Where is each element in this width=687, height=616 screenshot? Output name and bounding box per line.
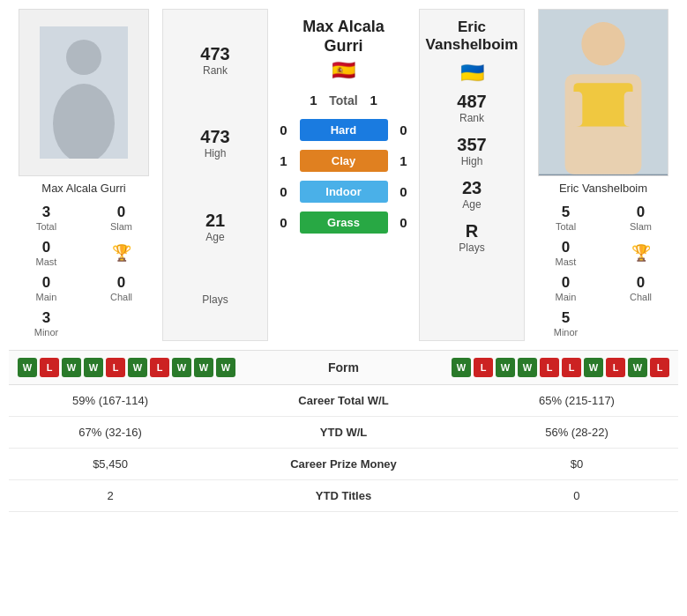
trophy-icon-left: 🏆 [112, 243, 131, 263]
form-badge-l: L [474, 358, 493, 377]
svg-rect-8 [624, 92, 638, 126]
player2-name: Eric Vanshelboim [559, 182, 647, 195]
form-badge-w: W [496, 358, 515, 377]
ytd-wl-label: YTD W/L [212, 417, 475, 449]
trophy-icon-right: 🏆 [631, 243, 651, 263]
grass-button[interactable]: Grass [300, 212, 388, 234]
player2-name-center: EricVanshelboim [426, 19, 519, 53]
player1-total: 3 [11, 204, 82, 221]
player1-main: 0 [11, 274, 82, 292]
form-badge-w: W [62, 358, 81, 377]
player2-ytd-titles: 0 [475, 480, 678, 512]
player2-high-label: High [424, 155, 519, 167]
player1-name: Max Alcala Gurri [41, 182, 125, 195]
player1-main-label: Main [11, 292, 82, 302]
player1-chall: 0 [86, 274, 157, 292]
player2-slam-label: Slam [605, 221, 676, 232]
indoor-button[interactable]: Indoor [300, 181, 388, 203]
player1-mast: 0 [11, 239, 82, 256]
form-section: WLWWLWLWWW Form WLWWLLWLWL [9, 350, 678, 385]
player1-total-label: Total [11, 221, 82, 232]
form-badge-l: L [540, 358, 559, 377]
player2-section: Eric Vanshelboim 5 Total 0 Slam 0 Mast 🏆 [528, 9, 678, 341]
svg-point-4 [581, 22, 624, 65]
career-wl-label: Career Total W/L [212, 385, 475, 417]
form-badge-w: W [194, 358, 213, 377]
clay-button[interactable]: Clay [300, 150, 388, 172]
p2-hard-score: 0 [395, 122, 413, 137]
form-badge-l: L [606, 358, 625, 377]
hard-row: 0 Hard 0 [272, 119, 415, 141]
form-badge-w: W [584, 358, 603, 377]
form-badge-w: W [628, 358, 647, 377]
p1-total-score: 1 [304, 93, 322, 108]
form-badge-w: W [452, 358, 471, 377]
player1-career-wl: 59% (167-114) [9, 385, 212, 417]
player2-plays-value: R [424, 221, 519, 241]
player2-prize: $0 [475, 449, 678, 480]
player1-age-value: 21 [205, 211, 225, 231]
player1-prize: $5,450 [9, 449, 212, 480]
player2-mast-label: Mast [530, 256, 601, 267]
player1-name-center: Max AlcalaGurri [302, 18, 384, 56]
form-badge-l: L [40, 358, 59, 377]
clay-row: 1 Clay 1 [272, 150, 415, 172]
player2-photo [538, 9, 668, 176]
player2-career-wl: 65% (215-117) [475, 385, 678, 417]
svg-point-1 [66, 40, 101, 75]
player2-flag: 🇺🇦 [424, 62, 519, 85]
player1-high-value: 473 [200, 127, 229, 147]
player2-plays-label: Plays [424, 241, 519, 254]
form-badge-w: W [84, 358, 103, 377]
ytd-wl-row: 67% (32-16) YTD W/L 56% (28-22) [9, 417, 678, 449]
player2-high-value: 357 [424, 135, 519, 155]
player2-age-label: Age [424, 198, 519, 211]
player1-mast-label: Mast [11, 256, 82, 267]
career-wl-row: 59% (167-114) Career Total W/L 65% (215-… [9, 385, 678, 417]
svg-rect-7 [570, 92, 583, 126]
player2-rank-box: EricVanshelboim 🇺🇦 487 Rank 357 High 23 … [419, 9, 525, 341]
player2-slam: 0 [605, 204, 676, 221]
player2-minor: 5 [530, 309, 601, 327]
player2-mast: 0 [530, 239, 601, 256]
player2-main: 0 [530, 274, 601, 292]
player1-rank-label: Rank [200, 64, 229, 77]
total-row: 1 Total 1 [304, 93, 382, 108]
player2-rank-value: 487 [424, 92, 519, 112]
stats-table: 59% (167-114) Career Total W/L 65% (215-… [9, 385, 678, 512]
player2-chall-label: Chall [605, 292, 676, 302]
player2-chall: 0 [605, 274, 676, 292]
form-label: Form [328, 360, 359, 375]
player1-plays-value: Plays [202, 293, 228, 306]
form-badge-l: L [650, 358, 669, 377]
form-badge-w: W [172, 358, 191, 377]
svg-rect-6 [573, 83, 632, 126]
player1-ytd-wl: 67% (32-16) [9, 417, 212, 449]
player2-main-label: Main [530, 292, 601, 302]
p2-indoor-score: 0 [395, 184, 413, 199]
hard-button[interactable]: Hard [300, 119, 388, 141]
player1-minor-label: Minor [11, 327, 82, 338]
p1-indoor-score: 0 [275, 184, 293, 199]
form-badge-w: W [216, 358, 235, 377]
form-badge-l: L [150, 358, 169, 377]
player2-rank-label: Rank [424, 112, 519, 124]
player1-chall-label: Chall [86, 292, 157, 302]
p1-hard-score: 0 [275, 122, 293, 137]
player2-total-label: Total [530, 221, 601, 232]
grass-row: 0 Grass 0 [272, 212, 415, 234]
player1-ytd-titles: 2 [9, 480, 212, 512]
indoor-row: 0 Indoor 0 [272, 181, 415, 203]
form-badge-w: W [18, 358, 37, 377]
player1-slam: 0 [86, 204, 157, 221]
p2-total-score: 1 [365, 93, 383, 108]
player2-minor-label: Minor [530, 327, 601, 338]
ytd-titles-label: YTD Titles [212, 480, 475, 512]
player1-flag: 🇪🇸 [332, 59, 355, 82]
total-label: Total [329, 93, 357, 108]
player1-rank-box: 473 Rank 473 High 21 Age Plays [162, 9, 268, 341]
player1-section: Max Alcala Gurri 3 Total 0 Slam 0 Mast 🏆 [9, 9, 159, 341]
player1-minor: 3 [11, 309, 82, 327]
p2-clay-score: 1 [395, 153, 413, 168]
form-badge-w: W [518, 358, 537, 377]
